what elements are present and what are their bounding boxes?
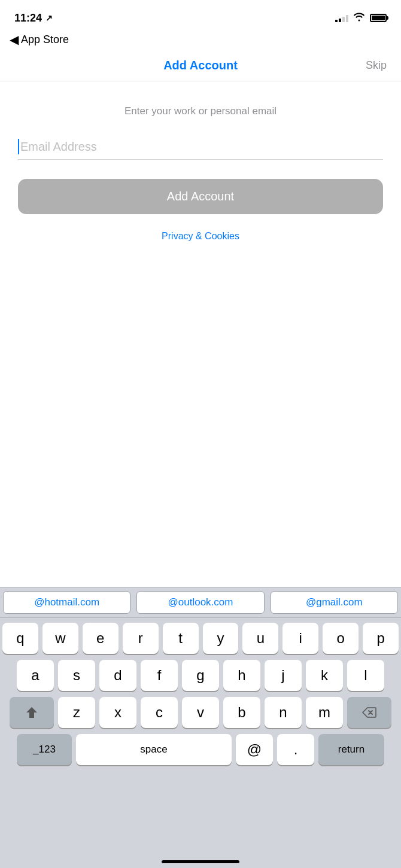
- shift-key[interactable]: [10, 697, 54, 728]
- key-c[interactable]: c: [141, 697, 178, 728]
- signal-bar-1: [335, 20, 338, 22]
- keyboard-row-4: _123 space @ . return: [2, 734, 399, 765]
- add-account-button[interactable]: Add Account: [18, 179, 383, 214]
- status-right: [335, 12, 387, 24]
- time-label: 11:24: [14, 12, 42, 25]
- nav-bar: Add Account Skip: [0, 53, 401, 81]
- status-bar: 11:24 ↗: [0, 0, 401, 32]
- key-w[interactable]: w: [42, 623, 78, 654]
- content-area: Enter your work or personal email Email …: [0, 81, 401, 254]
- keyboard-suggestions: @hotmail.com @outlook.com @gmail.com: [0, 587, 401, 618]
- skip-button[interactable]: Skip: [351, 59, 387, 72]
- key-v[interactable]: v: [182, 697, 219, 728]
- keyboard-row-1: q w e r t y u i o p: [2, 623, 399, 654]
- keyboard-row-2: a s d f g h j k l: [2, 660, 399, 691]
- location-icon: ↗: [45, 13, 53, 23]
- delete-key[interactable]: [347, 697, 391, 728]
- numbers-key[interactable]: _123: [17, 734, 72, 765]
- key-x[interactable]: x: [99, 697, 136, 728]
- key-i[interactable]: i: [282, 623, 318, 654]
- page-title: Add Account: [50, 59, 351, 72]
- email-input-placeholder: Email Address: [20, 140, 97, 154]
- key-a[interactable]: a: [17, 660, 54, 691]
- signal-bar-4: [346, 15, 348, 22]
- key-r[interactable]: r: [123, 623, 159, 654]
- wifi-icon: [353, 12, 365, 24]
- key-z[interactable]: z: [58, 697, 95, 728]
- key-p[interactable]: p: [363, 623, 399, 654]
- key-l[interactable]: l: [347, 660, 384, 691]
- signal-bar-2: [339, 19, 341, 22]
- space-key[interactable]: space: [76, 734, 232, 765]
- back-label: App Store: [21, 33, 69, 46]
- key-o[interactable]: o: [323, 623, 359, 654]
- return-key[interactable]: return: [318, 734, 384, 765]
- key-t[interactable]: t: [163, 623, 199, 654]
- key-y[interactable]: y: [203, 623, 239, 654]
- key-g[interactable]: g: [182, 660, 219, 691]
- suggestion-hotmail[interactable]: @hotmail.com: [3, 591, 130, 614]
- key-k[interactable]: k: [306, 660, 343, 691]
- suggestion-gmail[interactable]: @gmail.com: [271, 591, 398, 614]
- battery-fill: [372, 16, 385, 20]
- suggestion-outlook[interactable]: @outlook.com: [136, 591, 264, 614]
- key-d[interactable]: d: [99, 660, 136, 691]
- keyboard: q w e r t y u i o p a s d f g h j k l z …: [0, 618, 401, 868]
- subtitle-text: Enter your work or personal email: [18, 105, 383, 117]
- back-nav[interactable]: ◀ App Store: [0, 32, 401, 53]
- status-time: 11:24 ↗: [14, 12, 53, 25]
- text-cursor: [18, 139, 19, 154]
- keyboard-row-3: z x c v b n m: [2, 697, 399, 728]
- privacy-link[interactable]: Privacy & Cookies: [18, 231, 383, 242]
- home-indicator: [162, 860, 239, 863]
- key-h[interactable]: h: [223, 660, 260, 691]
- key-b[interactable]: b: [223, 697, 260, 728]
- key-n[interactable]: n: [265, 697, 302, 728]
- signal-bar-3: [342, 17, 345, 22]
- key-u[interactable]: u: [242, 623, 278, 654]
- key-j[interactable]: j: [265, 660, 302, 691]
- battery-icon: [370, 14, 387, 22]
- dot-key[interactable]: .: [277, 734, 314, 765]
- at-key[interactable]: @: [236, 734, 273, 765]
- email-input-container[interactable]: Email Address: [18, 139, 383, 160]
- key-q[interactable]: q: [2, 623, 38, 654]
- signal-icon: [335, 14, 348, 22]
- key-m[interactable]: m: [306, 697, 343, 728]
- key-e[interactable]: e: [83, 623, 119, 654]
- key-f[interactable]: f: [141, 660, 178, 691]
- key-s[interactable]: s: [58, 660, 95, 691]
- back-arrow-icon: ◀: [10, 32, 19, 47]
